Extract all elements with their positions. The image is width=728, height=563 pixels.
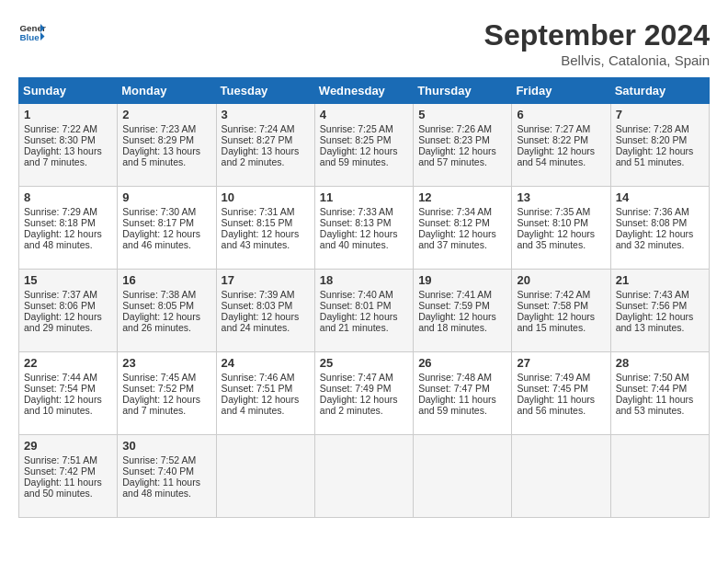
day-25: 25Sunrise: 7:47 AMSunset: 7:49 PMDayligh… [314, 352, 413, 435]
empty-cell-5 [610, 435, 709, 518]
day-4: 4Sunrise: 7:25 AMSunset: 8:25 PMDaylight… [314, 104, 413, 187]
col-tuesday: Tuesday [216, 78, 314, 104]
day-13: 13Sunrise: 7:35 AMSunset: 8:10 PMDayligh… [512, 187, 610, 270]
col-sunday: Sunday [19, 78, 118, 104]
day-5: 5Sunrise: 7:26 AMSunset: 8:23 PMDaylight… [414, 104, 512, 187]
location: Bellvis, Catalonia, Spain [484, 52, 710, 68]
day-7: 7Sunrise: 7:28 AMSunset: 8:20 PMDaylight… [610, 104, 709, 187]
day-17: 17Sunrise: 7:39 AMSunset: 8:03 PMDayligh… [216, 270, 314, 352]
day-22: 22Sunrise: 7:44 AMSunset: 7:54 PMDayligh… [19, 352, 118, 435]
month-title: September 2024 [484, 18, 710, 52]
day-26: 26Sunrise: 7:48 AMSunset: 7:47 PMDayligh… [414, 352, 512, 435]
day-9: 9Sunrise: 7:30 AMSunset: 8:17 PMDaylight… [118, 187, 216, 270]
day-12: 12Sunrise: 7:34 AMSunset: 8:12 PMDayligh… [414, 187, 512, 270]
day-8: 8Sunrise: 7:29 AMSunset: 8:18 PMDaylight… [19, 187, 118, 270]
calendar-table: Sunday Monday Tuesday Wednesday Thursday… [18, 77, 710, 518]
day-10: 10Sunrise: 7:31 AMSunset: 8:15 PMDayligh… [216, 187, 314, 270]
day-29: 29Sunrise: 7:51 AMSunset: 7:42 PMDayligh… [19, 435, 118, 518]
col-friday: Friday [512, 78, 610, 104]
day-30: 30Sunrise: 7:52 AMSunset: 7:40 PMDayligh… [118, 435, 216, 518]
logo: General Blue [18, 18, 46, 46]
page-header: General Blue September 2024 Bellvis, Cat… [18, 18, 710, 68]
week-row-4: 22Sunrise: 7:44 AMSunset: 7:54 PMDayligh… [19, 352, 710, 435]
empty-cell-1 [216, 435, 314, 518]
col-monday: Monday [118, 78, 216, 104]
day-19: 19Sunrise: 7:41 AMSunset: 7:59 PMDayligh… [414, 270, 512, 352]
day-14: 14Sunrise: 7:36 AMSunset: 8:08 PMDayligh… [610, 187, 709, 270]
day-3: 3Sunrise: 7:24 AMSunset: 8:27 PMDaylight… [216, 104, 314, 187]
empty-cell-2 [314, 435, 413, 518]
title-block: September 2024 Bellvis, Catalonia, Spain [484, 18, 710, 68]
week-row-1: 1Sunrise: 7:22 AMSunset: 8:30 PMDaylight… [19, 104, 710, 187]
day-6: 6Sunrise: 7:27 AMSunset: 8:22 PMDaylight… [512, 104, 610, 187]
empty-cell-3 [414, 435, 512, 518]
day-20: 20Sunrise: 7:42 AMSunset: 7:58 PMDayligh… [512, 270, 610, 352]
week-row-3: 15Sunrise: 7:37 AMSunset: 8:06 PMDayligh… [19, 270, 710, 352]
day-11: 11Sunrise: 7:33 AMSunset: 8:13 PMDayligh… [314, 187, 413, 270]
svg-text:Blue: Blue [20, 32, 40, 42]
col-saturday: Saturday [610, 78, 709, 104]
header-row: Sunday Monday Tuesday Wednesday Thursday… [19, 78, 710, 104]
day-27: 27Sunrise: 7:49 AMSunset: 7:45 PMDayligh… [512, 352, 610, 435]
day-1: 1Sunrise: 7:22 AMSunset: 8:30 PMDaylight… [19, 104, 118, 187]
logo-icon: General Blue [18, 18, 46, 46]
day-16: 16Sunrise: 7:38 AMSunset: 8:05 PMDayligh… [118, 270, 216, 352]
day-2: 2Sunrise: 7:23 AMSunset: 8:29 PMDaylight… [118, 104, 216, 187]
day-15: 15Sunrise: 7:37 AMSunset: 8:06 PMDayligh… [19, 270, 118, 352]
col-wednesday: Wednesday [314, 78, 413, 104]
week-row-5: 29Sunrise: 7:51 AMSunset: 7:42 PMDayligh… [19, 435, 710, 518]
day-28: 28Sunrise: 7:50 AMSunset: 7:44 PMDayligh… [610, 352, 709, 435]
day-24: 24Sunrise: 7:46 AMSunset: 7:51 PMDayligh… [216, 352, 314, 435]
day-21: 21Sunrise: 7:43 AMSunset: 7:56 PMDayligh… [610, 270, 709, 352]
day-23: 23Sunrise: 7:45 AMSunset: 7:52 PMDayligh… [118, 352, 216, 435]
day-18: 18Sunrise: 7:40 AMSunset: 8:01 PMDayligh… [314, 270, 413, 352]
col-thursday: Thursday [414, 78, 512, 104]
week-row-2: 8Sunrise: 7:29 AMSunset: 8:18 PMDaylight… [19, 187, 710, 270]
empty-cell-4 [512, 435, 610, 518]
